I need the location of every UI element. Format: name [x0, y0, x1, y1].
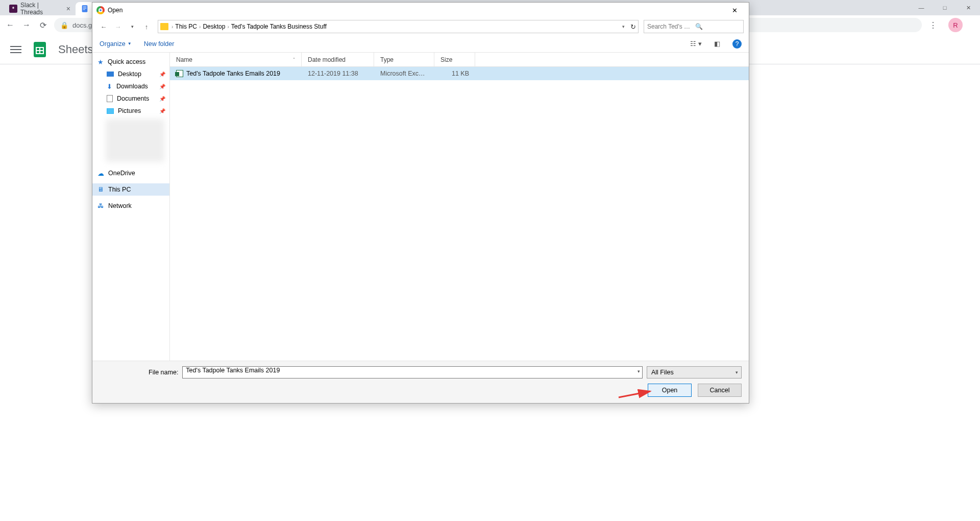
pin-icon: 📌: [159, 84, 165, 89]
pin-icon: 📌: [159, 96, 165, 102]
chevron-down-icon: ▾: [736, 370, 738, 375]
nav-up-icon[interactable]: ↑: [140, 20, 153, 33]
chevron-right-icon: ›: [227, 24, 229, 30]
nav-documents[interactable]: Documents 📌: [92, 92, 169, 105]
app-title: Sheets: [58, 43, 93, 56]
col-name[interactable]: Name ˄: [170, 53, 302, 66]
organize-button[interactable]: Organize ▼: [100, 40, 132, 48]
document-icon: [107, 95, 113, 102]
crumb-desktop[interactable]: Desktop: [203, 23, 225, 30]
nav-quick-access[interactable]: ★ Quick access: [92, 56, 169, 68]
chevron-right-icon: ›: [199, 24, 201, 30]
tab-slack[interactable]: * Slack | Threads ×: [4, 2, 76, 15]
nav-network[interactable]: 🖧 Network: [92, 200, 169, 212]
forward-icon[interactable]: →: [21, 20, 32, 30]
filename-input[interactable]: Ted's Tadpole Tanks Emails 2019 ▾: [182, 366, 643, 378]
column-headers: Name ˄ Date modified Type Size: [170, 53, 749, 67]
file-row[interactable]: Ted's Tadpole Tanks Emails 2019 12-11-20…: [170, 67, 749, 80]
pin-icon: 📌: [159, 108, 165, 114]
redacted-block: [106, 119, 164, 162]
sheets-logo-icon: [31, 40, 49, 59]
lock-icon: 🔒: [60, 21, 68, 29]
file-list-pane: Name ˄ Date modified Type Size Ted's Tad…: [170, 53, 749, 361]
dialog-title: Open: [108, 7, 122, 14]
excel-file-icon: [176, 70, 183, 77]
search-icon: 🔍: [695, 23, 740, 30]
sort-asc-icon: ˄: [293, 57, 295, 62]
file-date: 12-11-2019 11:38: [302, 70, 374, 77]
docs-favicon: [81, 5, 89, 13]
nav-pictures[interactable]: Pictures 📌: [92, 105, 169, 117]
back-icon[interactable]: ←: [5, 20, 15, 30]
svg-rect-3: [83, 9, 85, 10]
nav-onedrive[interactable]: ☁ OneDrive: [92, 167, 169, 179]
navigation-pane: ★ Quick access Desktop 📌 ⬇ Downloads 📌 D…: [92, 53, 170, 361]
col-type[interactable]: Type: [374, 53, 434, 66]
slack-favicon: *: [9, 5, 17, 13]
preview-pane-icon[interactable]: ◧: [714, 40, 720, 48]
svg-rect-1: [83, 7, 87, 7]
chevron-down-icon[interactable]: ▾: [622, 24, 625, 29]
svg-rect-0: [82, 5, 88, 12]
nav-this-pc[interactable]: 🖥 This PC: [92, 183, 169, 196]
minimize-button[interactable]: —: [910, 0, 933, 15]
nav-desktop[interactable]: Desktop 📌: [92, 68, 169, 80]
dialog-body: ★ Quick access Desktop 📌 ⬇ Downloads 📌 D…: [92, 53, 749, 361]
pictures-icon: [107, 108, 114, 114]
file-type-filter[interactable]: All Files ▾: [647, 366, 742, 378]
dialog-titlebar: Open ✕: [92, 3, 749, 18]
network-icon: 🖧: [97, 202, 104, 209]
nav-downloads[interactable]: ⬇ Downloads 📌: [92, 80, 169, 92]
breadcrumb[interactable]: › This PC › Desktop › Ted's Tadpole Tank…: [158, 20, 639, 33]
search-placeholder: Search Ted's Tadpole Tanks Bu...: [647, 23, 692, 30]
maximize-button[interactable]: □: [933, 0, 957, 15]
new-folder-button[interactable]: New folder: [144, 40, 175, 48]
star-icon: ★: [97, 58, 104, 66]
onedrive-icon: ☁: [97, 170, 104, 177]
tab-label: Slack | Threads: [20, 2, 61, 16]
folder-icon: [160, 23, 168, 30]
close-button[interactable]: ✕: [957, 0, 980, 15]
nav-recent-icon[interactable]: ▾: [126, 20, 138, 33]
open-file-dialog: Open ✕ ← → ▾ ↑ › This PC › Desktop › Ted…: [92, 2, 749, 404]
chrome-icon: [96, 6, 105, 14]
view-options-icon[interactable]: ☷ ▾: [690, 40, 702, 48]
nav-forward-icon: →: [112, 20, 124, 33]
crumb-folder[interactable]: Ted's Tadpole Tanks Business Stuff: [231, 23, 327, 30]
svg-rect-2: [83, 8, 87, 9]
refresh-icon[interactable]: ↻: [630, 23, 636, 31]
dialog-nav-row: ← → ▾ ↑ › This PC › Desktop › Ted's Tadp…: [92, 18, 749, 35]
chrome-menu-icon[interactable]: ⋮: [928, 20, 938, 30]
open-button[interactable]: Open: [648, 384, 692, 397]
help-icon[interactable]: ?: [732, 39, 742, 49]
window-controls: — □ ✕: [910, 0, 980, 15]
col-size[interactable]: Size: [434, 53, 475, 66]
crumb-this-pc[interactable]: This PC: [175, 23, 197, 30]
menu-icon[interactable]: [10, 46, 21, 53]
cancel-button[interactable]: Cancel: [698, 384, 742, 397]
chevron-down-icon: ▼: [128, 41, 132, 46]
url-text: docs.g: [72, 21, 92, 29]
dialog-close-button[interactable]: ✕: [724, 3, 745, 17]
col-date[interactable]: Date modified: [302, 53, 374, 66]
avatar[interactable]: R: [948, 18, 963, 32]
dialog-toolbar: Organize ▼ New folder ☷ ▾ ◧ ?: [92, 35, 749, 53]
chevron-right-icon: ›: [172, 24, 173, 30]
search-input[interactable]: Search Ted's Tadpole Tanks Bu... 🔍: [644, 20, 744, 33]
tab-docs[interactable]: [76, 2, 94, 15]
pc-icon: 🖥: [97, 186, 104, 193]
close-icon[interactable]: ×: [66, 5, 70, 13]
file-type: Microsoft Excel W...: [374, 70, 434, 77]
file-size: 11 KB: [434, 70, 475, 77]
file-name: Ted's Tadpole Tanks Emails 2019: [186, 70, 280, 77]
pin-icon: 📌: [159, 72, 165, 77]
download-icon: ⬇: [107, 83, 112, 90]
nav-back-icon[interactable]: ←: [97, 20, 110, 33]
chevron-down-icon[interactable]: ▾: [638, 369, 640, 374]
filename-label: File name:: [149, 369, 178, 376]
desktop-icon: [107, 72, 114, 77]
reload-icon[interactable]: ⟳: [38, 20, 48, 30]
dialog-bottom-bar: File name: Ted's Tadpole Tanks Emails 20…: [92, 361, 749, 403]
